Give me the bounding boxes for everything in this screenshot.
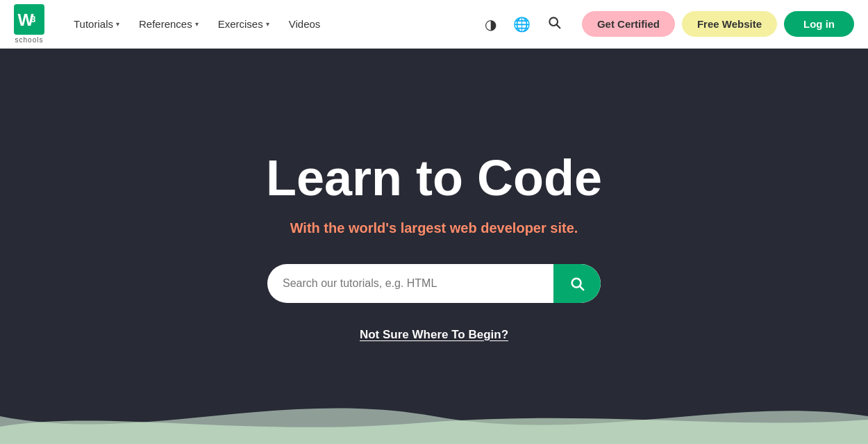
hero-subtitle: With the world's largest web developer s… [290,220,578,236]
globe-icon: 🌐 [513,16,531,33]
exercises-label: Exercises [218,18,263,30]
login-button[interactable]: Log in [784,11,854,37]
nav-item-videos[interactable]: Videos [281,13,329,35]
svg-line-3 [557,25,560,28]
search-container [267,264,601,303]
svg-line-5 [580,286,583,290]
search-submit-icon [569,276,585,291]
w3-logo-svg: W 3 [17,7,42,32]
logo-link[interactable]: W 3 schools [14,4,44,44]
wave-decoration [0,388,868,444]
get-certified-button[interactable]: Get Certified [582,11,675,37]
references-label: References [139,18,192,30]
exercises-arrow-icon: ▾ [266,20,269,28]
hero-section: Learn to Code With the world's largest w… [0,49,868,444]
search-submit-button[interactable] [553,264,601,303]
contrast-icon: ◑ [485,16,496,33]
search-input[interactable] [267,264,553,303]
hero-title: Learn to Code [266,151,602,206]
nav-item-tutorials[interactable]: Tutorials ▾ [65,13,128,35]
nav-item-references[interactable]: References ▾ [131,13,207,35]
search-nav-icon [547,15,561,33]
nav-item-exercises[interactable]: Exercises ▾ [210,13,278,35]
navbar: W 3 schools Tutorials ▾ References ▾ Exe… [0,0,868,49]
free-website-button[interactable]: Free Website [682,11,777,37]
references-arrow-icon: ▾ [195,20,199,28]
search-nav-button[interactable] [544,13,564,35]
nav-items: Tutorials ▾ References ▾ Exercises ▾ Vid… [65,13,475,35]
nav-icons: ◑ 🌐 [482,13,564,35]
logo-schools-text: schools [15,36,44,44]
tutorials-arrow-icon: ▾ [116,20,119,28]
contrast-toggle-button[interactable]: ◑ [482,13,499,35]
not-sure-link[interactable]: Not Sure Where To Begin? [360,328,508,342]
videos-label: Videos [289,18,321,30]
tutorials-label: Tutorials [74,18,113,30]
language-button[interactable]: 🌐 [510,13,533,35]
wave-svg [0,388,868,444]
svg-text:3: 3 [31,14,35,24]
logo-box: W 3 [14,4,44,35]
